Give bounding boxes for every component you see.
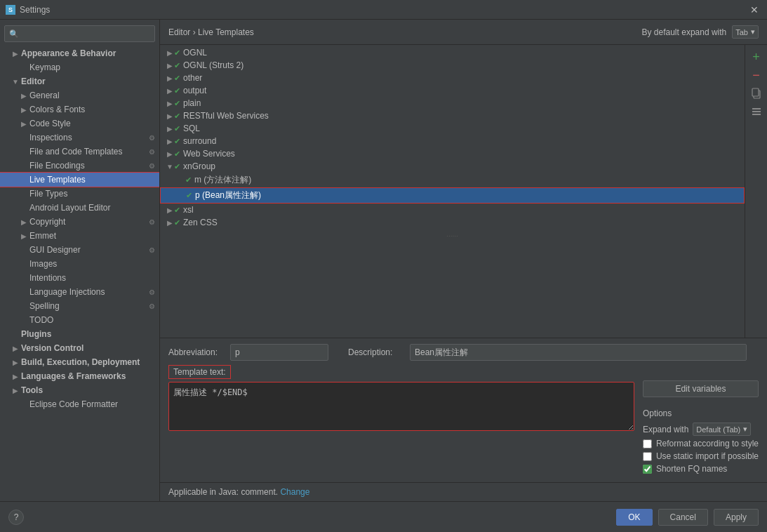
sidebar-item-emmet[interactable]: ▶ Emmet (0, 229, 159, 243)
sidebar-item-inspections[interactable]: Inspections ⚙ (0, 131, 159, 145)
sidebar-item-intentions[interactable]: Intentions (0, 271, 159, 285)
svg-rect-1 (752, 88, 759, 96)
sidebar-item-language-injections[interactable]: Language Injections ⚙ (0, 285, 159, 299)
svg-rect-3 (752, 111, 761, 112)
sidebar-item-build-execution[interactable]: ▶ Build, Execution, Deployment (0, 355, 159, 369)
dropdown-icon: ▾ (743, 425, 747, 434)
sidebar-item-label: Tools (20, 385, 159, 396)
sidebar-item-code-style[interactable]: ▶ Code Style (0, 117, 159, 131)
close-button[interactable]: ✕ (747, 3, 761, 17)
template-item-p[interactable]: ✔ p (Bean属性注解) (160, 187, 745, 204)
template-text-input[interactable]: 属性描述 */$END$ (168, 382, 634, 431)
arrow-icon: ▼ (11, 78, 20, 86)
template-group-other[interactable]: ▶ ✔ other (160, 72, 745, 84)
template-group-xngroup[interactable]: ▼ ✔ xnGroup (160, 160, 745, 173)
template-group-plain[interactable]: ▶ ✔ plain (160, 97, 745, 109)
item-label: p (Bean属性注解) (195, 189, 261, 201)
copy-button[interactable] (749, 86, 764, 101)
sidebar-item-plugins[interactable]: Plugins (0, 327, 159, 341)
app-icon: S (6, 5, 15, 15)
breadcrumb: Editor › Live Templates (168, 27, 254, 37)
abbreviation-input[interactable] (230, 344, 328, 361)
reformat-label: Reformat according to style (656, 439, 759, 448)
settings-icon: ⚙ (147, 147, 156, 157)
add-button[interactable]: + (749, 49, 764, 65)
sidebar-item-label: Android Layout Editor (28, 202, 159, 213)
edit-variables-button[interactable]: Edit variables (643, 380, 759, 397)
help-button[interactable]: ? (8, 510, 24, 525)
sidebar-item-eclipse-formatter[interactable]: Eclipse Code Formatter (0, 397, 159, 411)
arrow-icon: ▶ (11, 345, 20, 352)
change-link[interactable]: Change (280, 487, 309, 497)
sidebar-item-languages-frameworks[interactable]: ▶ Languages & Frameworks (0, 369, 159, 383)
collapse-arrow-icon: ▶ (166, 74, 174, 82)
sidebar-item-android-layout[interactable]: Android Layout Editor (0, 201, 159, 215)
static-import-checkbox[interactable] (643, 452, 652, 461)
search-input[interactable] (22, 29, 150, 39)
static-import-label: Use static import if possible (656, 451, 759, 461)
cancel-button[interactable]: Cancel (658, 509, 708, 526)
check-icon: ✔ (185, 175, 192, 185)
sidebar-item-keymap[interactable]: Keymap (0, 60, 159, 74)
apply-button[interactable]: Apply (714, 509, 759, 526)
template-text-label: Template text: (168, 365, 231, 379)
search-box[interactable]: 🔍 (4, 25, 155, 42)
sidebar-item-colors-fonts[interactable]: ▶ Colors & Fonts (0, 102, 159, 117)
form-area: Abbreviation: Description: Template text… (160, 338, 767, 482)
sidebar-item-editor[interactable]: ▼ Editor (0, 74, 159, 88)
sidebar-item-file-types[interactable]: File Types (0, 187, 159, 201)
expand-with-option-label: Expand with (643, 425, 688, 434)
ok-button[interactable]: OK (616, 509, 652, 526)
expand-with-value: Default (Tab) (696, 425, 740, 434)
template-group-output[interactable]: ▶ ✔ output (160, 84, 745, 97)
templates-list: ▶ ✔ OGNL ▶ ✔ OGNL (Struts 2) ▶ ✔ other (160, 45, 745, 338)
options-section: Options Expand with Default (Tab) ▾ (643, 408, 759, 477)
sidebar-item-label: Code Style (28, 118, 159, 129)
template-group-ognl[interactable]: ▶ ✔ OGNL (160, 46, 745, 59)
sidebar-item-label: Build, Execution, Deployment (20, 357, 159, 368)
expand-dropdown[interactable]: Tab ▾ (732, 25, 759, 39)
sidebar-item-gui-designer[interactable]: GUI Designer ⚙ (0, 243, 159, 257)
sidebar-item-images[interactable]: Images (0, 257, 159, 271)
description-input[interactable] (410, 344, 747, 361)
check-icon: ✔ (174, 149, 180, 159)
list-button[interactable] (749, 104, 764, 119)
group-label: SQL (183, 124, 200, 133)
sidebar-item-spelling[interactable]: Spelling ⚙ (0, 299, 159, 313)
sidebar-item-copyright[interactable]: ▶ Copyright ⚙ (0, 215, 159, 229)
template-group-xsl[interactable]: ▶ ✔ xsl (160, 204, 745, 216)
collapse-arrow-icon: ▶ (166, 138, 174, 145)
settings-icon: ⚙ (147, 301, 156, 311)
check-icon: ✔ (174, 48, 180, 58)
template-group-zen-css[interactable]: ▶ ✔ Zen CSS (160, 216, 745, 229)
sidebar-item-label: TODO (28, 314, 159, 326)
template-item-m[interactable]: ✔ m (方法体注解) (160, 173, 745, 187)
template-group-ognl-struts[interactable]: ▶ ✔ OGNL (Struts 2) (160, 59, 745, 72)
collapse-arrow-icon: ▶ (166, 49, 174, 57)
check-icon: ✔ (174, 124, 180, 133)
sidebar-item-version-control[interactable]: ▶ Version Control (0, 341, 159, 355)
collapse-arrow-icon: ▶ (166, 62, 174, 69)
sidebar-item-general[interactable]: ▶ General (0, 88, 159, 102)
template-group-web-services[interactable]: ▶ ✔ Web Services (160, 147, 745, 160)
template-group-sql[interactable]: ▶ ✔ SQL (160, 122, 745, 135)
sidebar-item-tools[interactable]: ▶ Tools (0, 383, 159, 397)
group-label: output (183, 86, 206, 95)
sidebar-item-todo[interactable]: TODO (0, 313, 159, 327)
sidebar-item-label: Keymap (28, 62, 159, 73)
sidebar-item-live-templates[interactable]: Live Templates (0, 173, 159, 187)
expand-with-select[interactable]: Default (Tab) ▾ (693, 423, 751, 436)
check-icon: ✔ (174, 61, 180, 70)
template-group-surround[interactable]: ▶ ✔ surround (160, 135, 745, 147)
collapse-arrow-icon: ▶ (166, 150, 174, 158)
sidebar-item-appearance[interactable]: ▶ Appearance & Behavior (0, 46, 159, 60)
sidebar-item-label: Live Templates (28, 174, 159, 185)
sidebar-item-file-encodings[interactable]: File Encodings ⚙ (0, 159, 159, 173)
sidebar-item-file-code-templates[interactable]: File and Code Templates ⚙ (0, 145, 159, 159)
settings-icon: ⚙ (147, 161, 156, 171)
shorten-checkbox[interactable] (643, 465, 652, 474)
sidebar-item-label: Colors & Fonts (28, 104, 159, 115)
remove-button[interactable]: − (749, 67, 764, 83)
reformat-checkbox[interactable] (643, 439, 652, 448)
template-group-restful[interactable]: ▶ ✔ RESTful Web Services (160, 109, 745, 122)
